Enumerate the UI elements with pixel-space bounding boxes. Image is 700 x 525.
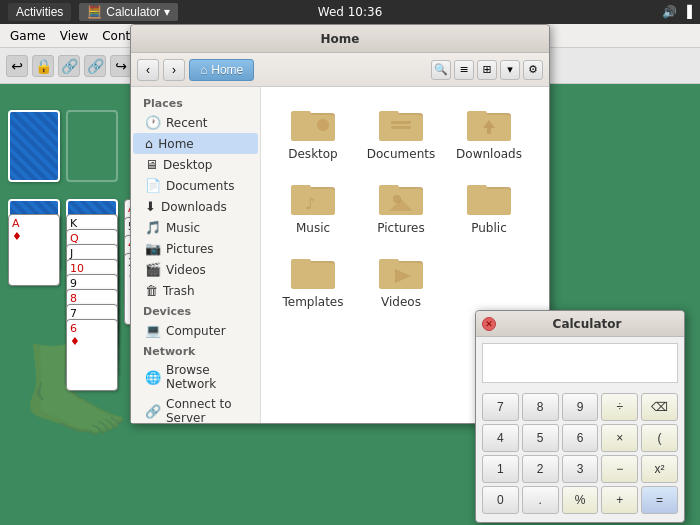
calc-btn-7[interactable]: 7: [482, 393, 519, 421]
calc-btn-9[interactable]: 9: [562, 393, 599, 421]
sidebar-item-trash[interactable]: 🗑 Trash: [133, 280, 258, 301]
desktop-icon: 🖥: [145, 157, 158, 172]
calc-btn-4[interactable]: 4: [482, 424, 519, 452]
sidebar-item-videos[interactable]: 🎬 Videos: [133, 259, 258, 280]
folder-templates[interactable]: Templates: [277, 251, 349, 309]
calc-btn-1[interactable]: 1: [482, 455, 519, 483]
folder-desktop[interactable]: Desktop: [277, 103, 349, 161]
activities-button[interactable]: Activities: [8, 3, 71, 21]
folder-pictures[interactable]: Pictures: [365, 177, 437, 235]
card-deck[interactable]: [8, 110, 60, 182]
trash-icon: 🗑: [145, 283, 158, 298]
calc-title: Calculator: [496, 317, 678, 331]
calc-btn-5[interactable]: 5: [522, 424, 559, 452]
downloads-icon: ⬇: [145, 199, 156, 214]
svg-rect-24: [467, 189, 511, 215]
connect-server-icon: 🔗: [145, 404, 161, 419]
topbar-left: Activities 🧮 Calculator ▾: [8, 3, 178, 21]
fm-sidebar: Places 🕐 Recent ⌂ Home 🖥 Desktop 📄 Docum…: [131, 87, 261, 423]
calc-btn-percent[interactable]: %: [562, 486, 599, 514]
folder-pictures-icon: [377, 177, 425, 217]
videos-icon: 🎬: [145, 262, 161, 277]
fm-search-button[interactable]: 🔍: [431, 60, 451, 80]
fm-sort-button[interactable]: ▾: [500, 60, 520, 80]
fm-toolbar-right: 🔍 ≡ ⊞ ▾ ⚙: [431, 60, 543, 80]
folder-public[interactable]: Public: [453, 177, 525, 235]
calc-btn-add[interactable]: +: [601, 486, 638, 514]
sidebar-item-recent[interactable]: 🕐 Recent: [133, 112, 258, 133]
devices-section-title: Devices: [131, 301, 260, 320]
calc-btn-backspace[interactable]: ⌫: [641, 393, 678, 421]
solitaire-menu-game[interactable]: Game: [4, 27, 52, 45]
folder-public-icon: [465, 177, 513, 217]
calc-btn-square[interactable]: x²: [641, 455, 678, 483]
card-slot-1[interactable]: [66, 110, 118, 182]
fm-back-button[interactable]: ‹: [137, 59, 159, 81]
folder-videos[interactable]: Videos: [365, 251, 437, 309]
folder-templates-icon: [289, 251, 337, 291]
sidebar-item-browse-network[interactable]: 🌐 Browse Network: [133, 360, 258, 394]
calc-btn-decimal[interactable]: .: [522, 486, 559, 514]
sidebar-music-label: Music: [166, 221, 200, 235]
folder-music-icon: ♪: [289, 177, 337, 217]
calc-btn-subtract[interactable]: −: [601, 455, 638, 483]
sidebar-item-desktop[interactable]: 🖥 Desktop: [133, 154, 258, 175]
card-a-diamonds[interactable]: A♦: [8, 214, 60, 286]
computer-icon: 💻: [145, 323, 161, 338]
toolbar-lock[interactable]: 🔒: [32, 55, 54, 77]
folder-music[interactable]: ♪ Music: [277, 177, 349, 235]
sidebar-computer-label: Computer: [166, 324, 226, 338]
fm-window-title: Home: [137, 32, 543, 46]
toolbar-link2[interactable]: 🔗: [84, 55, 106, 77]
calc-btn-multiply[interactable]: ×: [601, 424, 638, 452]
folder-documents[interactable]: Documents: [365, 103, 437, 161]
sidebar-documents-label: Documents: [166, 179, 234, 193]
calc-btn-2[interactable]: 2: [522, 455, 559, 483]
toolbar-redo[interactable]: ↪: [110, 55, 132, 77]
card-6-diamonds[interactable]: 6♦: [66, 319, 118, 391]
calc-btn-divide[interactable]: ÷: [601, 393, 638, 421]
calc-btn-3[interactable]: 3: [562, 455, 599, 483]
sidebar-recent-label: Recent: [166, 116, 207, 130]
topbar-right: 🔊 ▐: [662, 5, 692, 19]
sidebar-connect-server-label: Connect to Server: [166, 397, 246, 423]
sidebar-home-label: Home: [158, 137, 193, 151]
calc-btn-open-paren[interactable]: (: [641, 424, 678, 452]
svg-rect-7: [391, 121, 411, 124]
folder-public-label: Public: [471, 221, 507, 235]
fm-settings-button[interactable]: ⚙: [523, 60, 543, 80]
toolbar-link1[interactable]: 🔗: [58, 55, 80, 77]
fm-list-view-button[interactable]: ≡: [454, 60, 474, 80]
folder-downloads-label: Downloads: [456, 147, 522, 161]
fm-home-button[interactable]: ⌂ Home: [189, 59, 254, 81]
folder-downloads[interactable]: Downloads: [453, 103, 525, 161]
sidebar-item-downloads[interactable]: ⬇ Downloads: [133, 196, 258, 217]
calc-btn-0[interactable]: 0: [482, 486, 519, 514]
sidebar-item-music[interactable]: 🎵 Music: [133, 217, 258, 238]
folder-desktop-label: Desktop: [288, 147, 338, 161]
svg-text:♪: ♪: [305, 194, 315, 213]
sidebar-item-documents[interactable]: 📄 Documents: [133, 175, 258, 196]
calc-btn-equals[interactable]: =: [641, 486, 678, 514]
solitaire-menu-view[interactable]: View: [54, 27, 94, 45]
sidebar-item-connect-server[interactable]: 🔗 Connect to Server: [133, 394, 258, 423]
calc-buttons: 7 8 9 ÷ ⌫ 4 5 6 × ( 1 2 3 − x² 0 . % + =: [476, 389, 684, 522]
calc-display: [482, 343, 678, 383]
calc-btn-8[interactable]: 8: [522, 393, 559, 421]
fm-forward-button[interactable]: ›: [163, 59, 185, 81]
calculator-taskbar-button[interactable]: 🧮 Calculator ▾: [79, 3, 178, 21]
sidebar-item-computer[interactable]: 💻 Computer: [133, 320, 258, 341]
sidebar-downloads-label: Downloads: [161, 200, 227, 214]
folder-desktop-icon: [289, 103, 337, 143]
network-section-title: Network: [131, 341, 260, 360]
sidebar-item-home[interactable]: ⌂ Home: [133, 133, 258, 154]
calc-btn-6[interactable]: 6: [562, 424, 599, 452]
toolbar-undo[interactable]: ↩: [6, 55, 28, 77]
volume-icon[interactable]: 🔊: [662, 5, 677, 19]
calc-close-button[interactable]: ✕: [482, 317, 496, 331]
folder-templates-label: Templates: [282, 295, 343, 309]
sidebar-item-pictures[interactable]: 📷 Pictures: [133, 238, 258, 259]
sidebar-videos-label: Videos: [166, 263, 206, 277]
folder-pictures-label: Pictures: [377, 221, 425, 235]
fm-grid-view-button[interactable]: ⊞: [477, 60, 497, 80]
